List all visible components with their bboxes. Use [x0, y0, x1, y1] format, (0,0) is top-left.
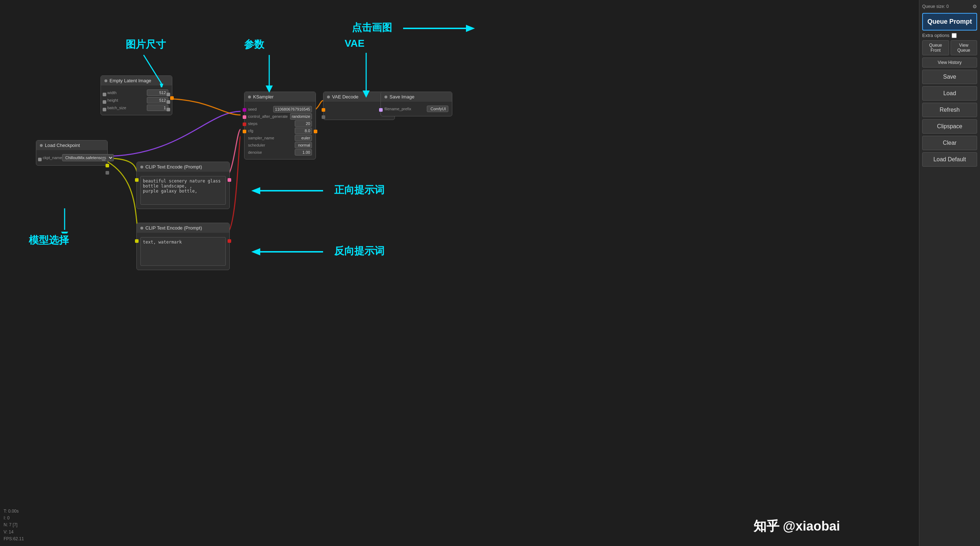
clear-button[interactable]: Clear	[922, 136, 977, 150]
connector-clip-out[interactable]	[105, 164, 109, 168]
node-clip-negative[interactable]: CLIP Text Encode (Prompt)	[137, 223, 230, 270]
queue-size-row: Queue size: 0 ⚙	[922, 3, 977, 10]
load-default-button[interactable]: Load Default	[922, 152, 977, 167]
watermark: 知乎 @xiaobai	[754, 517, 840, 535]
queue-size-label: Queue size: 0	[922, 4, 949, 9]
connector-batch-right[interactable]	[167, 108, 170, 111]
annotation-negative-prompt: 反向提示词	[251, 244, 385, 258]
scheduler-label: scheduler	[248, 143, 295, 147]
batch-value[interactable]: 1	[147, 105, 169, 111]
scheduler-value[interactable]: normal	[295, 142, 312, 148]
node-load-checkpoint[interactable]: Load Checkpoint ckpt_name ChilloutMix.sa…	[36, 140, 108, 166]
extra-options-checkbox[interactable]	[951, 33, 957, 38]
view-history-button[interactable]: View History	[922, 57, 977, 67]
annotation-vae: VAE	[345, 38, 380, 99]
svg-marker-13	[61, 232, 68, 233]
connector-ksampler-latent-in[interactable]	[243, 130, 246, 133]
connector-clip-pos-clip-in[interactable]	[135, 178, 138, 182]
queue-front-button[interactable]: Queue Front	[922, 40, 949, 55]
refresh-button[interactable]: Refresh	[922, 103, 977, 117]
ckpt-label: ckpt_name	[40, 156, 62, 160]
width-label: width	[105, 91, 147, 95]
connector-batch-left[interactable]	[103, 108, 106, 111]
connector-clip-neg-clip-in[interactable]	[135, 239, 138, 243]
node-ksampler[interactable]: KSampler seed 1106806767916545 control_a…	[244, 92, 316, 160]
load-button[interactable]: Load	[922, 86, 977, 101]
extra-options-label: Extra options	[922, 33, 950, 38]
node-empty-latent[interactable]: Empty Latent Image width 512 height 512 …	[100, 75, 172, 115]
node-clip-negative-header: CLIP Text Encode (Prompt)	[137, 223, 229, 233]
prefix-value[interactable]: ComfyUI	[427, 105, 449, 112]
height-value[interactable]: 512	[147, 97, 169, 104]
steps-value[interactable]: 20	[295, 120, 312, 127]
clip-positive-textarea[interactable]	[140, 176, 226, 205]
node-vae-decode-title: VAE Decode	[332, 94, 358, 99]
queue-prompt-button[interactable]: Queue Prompt	[922, 13, 977, 30]
control-value[interactable]: randomize	[290, 113, 312, 120]
connector-clip-neg-cond-out[interactable]	[228, 239, 231, 243]
annotation-click-draw: 点击画图	[352, 21, 475, 35]
node-empty-latent-title: Empty Latent Image	[110, 78, 151, 83]
node-clip-positive[interactable]: CLIP Text Encode (Prompt)	[137, 162, 230, 209]
node-dot-ksampler	[248, 96, 251, 98]
cfg-label: cfg	[248, 129, 295, 133]
view-queue-button[interactable]: View Queue	[951, 40, 977, 55]
height-label: height	[105, 98, 147, 102]
gear-icon[interactable]: ⚙	[972, 3, 977, 10]
connector-vae-latent-in[interactable]	[321, 108, 325, 112]
canvas-area[interactable]: Empty Latent Image width 512 height 512 …	[0, 0, 919, 546]
ckpt-select[interactable]: ChilloutMix.safetensors	[62, 154, 114, 161]
svg-marker-11	[251, 248, 260, 255]
svg-marker-7	[466, 25, 475, 32]
control-label: control_after_generate	[248, 114, 290, 118]
node-dot	[105, 79, 107, 82]
connector-ksampler-model-in[interactable]	[243, 108, 246, 112]
node-save-image[interactable]: Save Image filename_prefix ComfyUI	[380, 92, 452, 117]
status-i: I: 0	[3, 515, 24, 522]
sidebar: Queue size: 0 ⚙ Queue Prompt Extra optio…	[919, 0, 980, 546]
cfg-value[interactable]: 8.0	[295, 128, 312, 134]
node-save-image-title: Save Image	[390, 94, 414, 99]
clipspace-button[interactable]: Clipspace	[922, 119, 977, 134]
status-n: N: 7 [7]	[3, 522, 24, 528]
node-dot-clip-neg	[140, 227, 143, 230]
connector-vae-out[interactable]	[105, 171, 109, 175]
status-fps: FPS:62.11	[3, 536, 24, 543]
connector-height-left[interactable]	[103, 100, 106, 104]
connector-width-left[interactable]	[103, 93, 106, 96]
node-dot-save	[385, 96, 387, 98]
annotation-positive-prompt: 正向提示词	[251, 183, 385, 197]
save-button[interactable]: Save	[922, 70, 977, 84]
clip-negative-textarea[interactable]	[140, 237, 226, 266]
node-ksampler-header: KSampler	[245, 92, 315, 102]
width-value[interactable]: 512	[147, 89, 169, 96]
denoise-value[interactable]: 1.00	[295, 149, 312, 156]
connector-save-image-in[interactable]	[379, 108, 383, 112]
connector-ksampler-latent-out[interactable]	[314, 130, 317, 133]
steps-label: steps	[248, 121, 295, 126]
connector-ksampler-neg-in[interactable]	[243, 123, 246, 126]
svg-marker-9	[251, 187, 260, 194]
connector-width-right[interactable]	[167, 93, 170, 96]
connector-ksampler-pos-in[interactable]	[243, 115, 246, 119]
node-dot-clip-pos	[140, 166, 143, 168]
queue-front-view-row: Queue Front View Queue	[922, 40, 977, 55]
node-ksampler-title: KSampler	[253, 94, 274, 99]
connector-ckpt-right[interactable]	[102, 158, 105, 161]
seed-value[interactable]: 1106806767916545	[273, 106, 312, 112]
prefix-label: filename_prefix	[385, 107, 427, 111]
seed-label: seed	[248, 107, 273, 111]
connector-ckpt-left[interactable]	[38, 158, 41, 161]
annotation-model-select: 模型选择	[29, 205, 79, 247]
status-t: T: 0.00s	[3, 508, 24, 515]
connector-clip-pos-cond-out[interactable]	[228, 178, 231, 182]
connector-latent-out[interactable]	[170, 96, 174, 100]
connector-height-right[interactable]	[167, 100, 170, 104]
sampler-value[interactable]: euler	[295, 135, 312, 141]
batch-label: batch_size	[105, 105, 147, 110]
node-save-image-header: Save Image	[381, 92, 452, 102]
status-bar: T: 0.00s I: 0 N: 7 [7] V: 14 FPS:62.11	[3, 508, 24, 543]
node-load-checkpoint-header: Load Checkpoint	[36, 140, 107, 150]
connector-vae-vae-in[interactable]	[321, 115, 325, 119]
node-clip-positive-title: CLIP Text Encode (Prompt)	[145, 164, 202, 169]
